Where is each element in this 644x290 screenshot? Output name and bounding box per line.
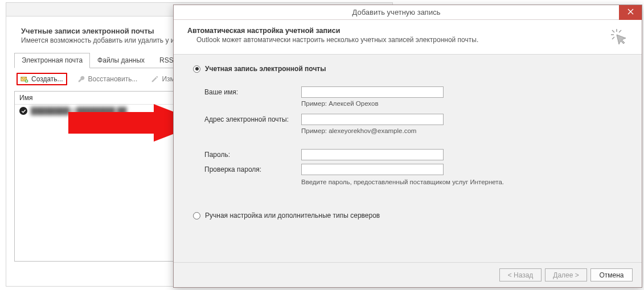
pencil-icon (151, 75, 159, 83)
radio-manual-label: Ручная настройка или дополнительные типы… (205, 212, 380, 219)
password2-label: Проверка пароля: (204, 165, 296, 173)
email-input[interactable] (301, 114, 444, 125)
radio-email-account[interactable]: Учетная запись электронной почты (193, 65, 628, 73)
radio-email-label: Учетная запись электронной почты (205, 65, 326, 73)
tab-data-files[interactable]: Файлы данных (90, 53, 152, 68)
name-input[interactable] (301, 86, 444, 98)
back-button[interactable]: < Назад (499, 268, 542, 281)
password-hint: Введите пароль, предоставленный поставщи… (301, 179, 444, 185)
restore-label: Восстановить... (88, 75, 138, 83)
wizard-title: Автоматическая настройка учетной записи (187, 27, 609, 35)
next-button[interactable]: Далее > (545, 268, 587, 281)
password-input[interactable] (301, 149, 444, 160)
email-hint: Пример: alexeyorekhov@example.com (301, 127, 444, 134)
dialog-title: Добавить учетную запись (174, 8, 619, 16)
name-label: Ваше имя: (204, 88, 296, 96)
titlebar: Добавить учетную запись (174, 5, 642, 20)
add-account-dialog: Добавить учетную запись Автоматическая н… (173, 5, 642, 288)
wizard-subtitle: Outlook может автоматически настроить не… (196, 36, 609, 44)
mail-new-icon (20, 75, 28, 83)
list-item-email: ████████@████████.██ (31, 107, 127, 115)
password-label: Пароль: (204, 151, 296, 159)
close-icon (627, 9, 634, 16)
tab-email[interactable]: Электронная почта (14, 53, 90, 68)
wizard-body: Учетная запись электронной почты Ваше им… (174, 55, 642, 262)
wizard-footer: < Назад Далее > Отмена (174, 262, 642, 287)
password2-input[interactable] (301, 164, 444, 175)
create-button[interactable]: Создать... (17, 73, 67, 85)
create-label: Создать... (31, 75, 63, 83)
wizard-header: Автоматическая настройка учетной записи … (174, 20, 642, 55)
cancel-button[interactable]: Отмена (590, 268, 633, 281)
name-hint: Пример: Алексей Орехов (301, 100, 444, 107)
email-label: Адрес электронной почты: (204, 115, 296, 123)
restore-button[interactable]: Восстановить... (74, 73, 141, 85)
check-circle-icon (19, 107, 27, 115)
cursor-click-icon (609, 27, 628, 46)
wrench-icon (77, 75, 85, 83)
radio-icon (193, 65, 200, 73)
account-form: Ваше имя: Пример: Алексей Орехов Адрес э… (204, 86, 628, 185)
close-button[interactable] (619, 5, 642, 20)
radio-icon (193, 212, 200, 219)
radio-manual-setup[interactable]: Ручная настройка или дополнительные типы… (193, 212, 628, 219)
